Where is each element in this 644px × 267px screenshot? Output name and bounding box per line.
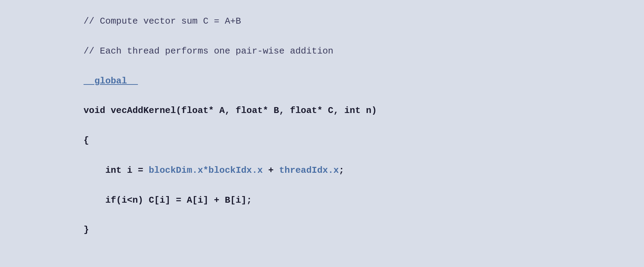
int-semicolon: ;: [339, 165, 344, 176]
code-function-sig: void vecAddKernel(float* A, float* B, fl…: [84, 103, 623, 118]
code-int-line: int i = blockDim.x*blockIdx.x + threadId…: [84, 163, 623, 178]
global-keyword: __global__: [84, 76, 138, 86]
blockdim-var: blockDim.x*blockIdx.x: [149, 165, 263, 176]
code-block: // Compute vector sum C = A+B // Each th…: [0, 0, 644, 267]
code-brace-open: {: [84, 133, 623, 148]
code-comment1: // Compute vector sum C = A+B: [84, 14, 623, 29]
code-comment2: // Each thread performs one pair-wise ad…: [84, 44, 623, 59]
int-keyword: int i =: [84, 165, 149, 176]
code-brace-close: }: [84, 222, 623, 237]
code-global: __global__: [84, 74, 623, 89]
code-if-line: if(i<n) C[i] = A[i] + B[i];: [84, 193, 623, 208]
plus-operator: +: [263, 165, 279, 176]
code-content: // Compute vector sum C = A+B // Each th…: [84, 14, 623, 267]
threadidx-var: threadIdx.x: [279, 165, 339, 176]
page-container: // Compute vector sum C = A+B // Each th…: [0, 0, 644, 267]
